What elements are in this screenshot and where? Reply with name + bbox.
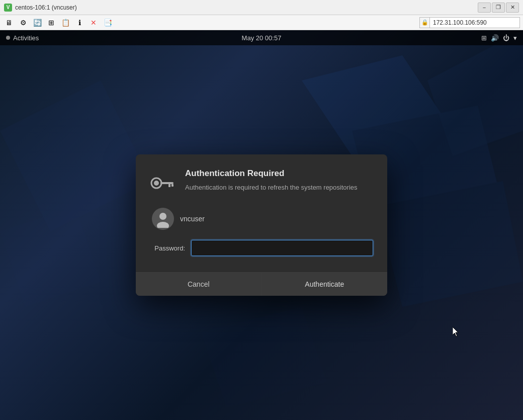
window-title: centos-106:1 (vncuser) [15,4,478,11]
minimize-button[interactable]: − [478,3,491,13]
auth-dialog-title: Authentication Required [185,169,358,179]
modal-overlay: Authentication Required Authentication i… [0,30,523,420]
auth-dialog-footer: Cancel Authenticate [136,272,387,296]
cancel-button[interactable]: Cancel [136,273,262,296]
vnc-desktop: Activities May 20 00:57 ⊞ 🔊 ⏻ ▾ [0,30,523,420]
disconnect-button[interactable]: ✕ [88,17,100,29]
auth-title-section: Authentication Required Authentication i… [185,169,358,193]
clipboard-button[interactable]: 📋 [59,17,71,29]
app-icon: V [4,4,12,12]
username-label: vncuser [180,215,205,223]
window-controls: − ❐ ✕ [478,3,519,13]
info-button[interactable]: ℹ [73,17,85,29]
svg-rect-9 [160,182,173,184]
address-bar: 🔒 [419,17,520,28]
svg-point-12 [159,213,166,220]
auth-user-section: vncuser [150,208,373,230]
key-icon [150,171,175,196]
windows-button[interactable]: ⊞ [45,17,57,29]
auth-header: Authentication Required Authentication i… [150,169,373,196]
close-button[interactable]: ✕ [506,3,519,13]
auth-dialog-body: Authentication Required Authentication i… [136,154,387,272]
user-avatar [152,208,174,230]
refresh-button[interactable]: 🔄 [31,17,43,29]
screenshot-button[interactable]: 📑 [102,17,114,29]
vnc-toolbar: 🖥 ⚙ 🔄 ⊞ 📋 ℹ ✕ 📑 🔒 [0,15,523,30]
svg-rect-11 [171,184,173,187]
title-bar: V centos-106:1 (vncuser) − ❐ ✕ [0,0,523,15]
restore-button[interactable]: ❐ [492,3,505,13]
svg-point-8 [154,181,159,186]
svg-point-13 [157,222,169,228]
password-row: Password: [150,240,373,256]
auth-dialog: Authentication Required Authentication i… [136,154,387,296]
svg-rect-10 [168,184,170,187]
password-label: Password: [150,244,185,252]
display-button[interactable]: 🖥 [3,17,15,29]
auth-dialog-description: Authentication is required to refresh th… [185,183,358,193]
address-input[interactable] [429,17,520,28]
password-input[interactable] [191,240,373,256]
address-lock-icon: 🔒 [419,17,429,28]
options-button[interactable]: ⚙ [17,17,29,29]
authenticate-button[interactable]: Authenticate [262,273,388,296]
